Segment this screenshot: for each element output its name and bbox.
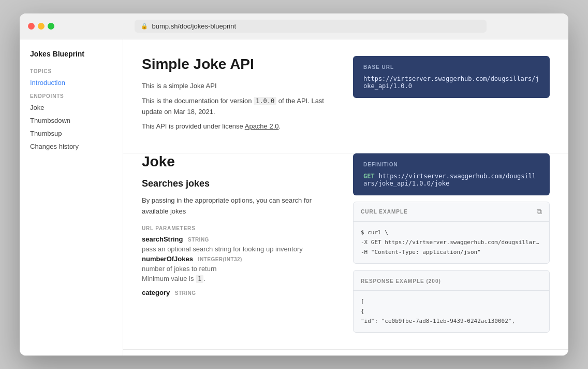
sidebar-title: Jokes Blueprint: [20, 50, 123, 64]
param-searchstring-desc: pass an optional search string for looki…: [142, 245, 336, 253]
definition-box: DEFINITION GEThttps://virtserver.swagger…: [353, 153, 550, 195]
param-searchstring-name: searchString: [142, 235, 183, 243]
sidebar-item-changes-history[interactable]: Changes history: [20, 140, 123, 153]
minimize-button[interactable]: [38, 23, 45, 30]
param-category: category STRING: [142, 289, 336, 296]
param-numberofjokes-name: numberOfJokes: [142, 255, 193, 263]
param-numberofjokes: numberOfJokes INTEGER(INT32) number of j…: [142, 255, 336, 282]
intro-desc2-prefix: This is the documentation for version: [142, 97, 254, 105]
curl-line-2: -X GET https://virtserver.swaggerhub.com…: [361, 238, 542, 248]
address-bar[interactable]: 🔒 bump.sh/doc/jokes-blueprint: [135, 20, 487, 33]
sidebar-item-thumbsup[interactable]: Thumbsup: [20, 127, 123, 140]
param-numberofjokes-note: Minimum value is 1.: [142, 275, 336, 282]
intro-section: Simple Joke API This is a simple Joke AP…: [123, 39, 568, 153]
joke-section: Joke Searches jokes By passing in the ap…: [123, 153, 568, 350]
sidebar-section-endpoints: ENDPOINTS: [20, 89, 123, 101]
browser-chrome: 🔒 bump.sh/doc/jokes-blueprint: [20, 13, 568, 39]
joke-desc: By passing in the appropriate options, y…: [142, 195, 336, 217]
definition-method: GET: [363, 173, 375, 180]
param-category-name: category: [142, 289, 170, 296]
response-box-header: RESPONSE EXAMPLE (200): [354, 271, 549, 291]
apache-link[interactable]: Apache 2.0: [245, 122, 279, 130]
intro-desc3-suffix: .: [279, 122, 281, 130]
response-label: RESPONSE EXAMPLE (200): [361, 278, 441, 284]
intro-desc3-prefix: This API is provided under license: [142, 122, 245, 130]
intro-left: Simple Joke API This is a simple Joke AP…: [142, 56, 336, 136]
response-box: RESPONSE EXAMPLE (200) [ { "id": "ce0b9f…: [353, 270, 550, 333]
intro-right: BASE URL https://virtserver.swaggerhub.c…: [353, 56, 550, 136]
lock-icon: 🔒: [141, 23, 148, 30]
intro-version: 1.0.0: [254, 97, 276, 105]
sidebar-item-joke[interactable]: Joke: [20, 101, 123, 114]
definition-url: https://virtserver.swaggerhub.com/dougsi…: [363, 173, 536, 187]
maximize-button[interactable]: [48, 23, 54, 30]
base-url-label: BASE URL: [363, 64, 539, 70]
response-body: [ { "id": "ce0b9fbe-7ad8-11eb-9439-0242a…: [354, 291, 549, 332]
browser-window: 🔒 bump.sh/doc/jokes-blueprint Jokes Blue…: [20, 13, 568, 356]
joke-subtitle: Searches jokes: [142, 178, 336, 189]
curl-body: $ curl \ -X GET https://virtserver.swagg…: [354, 222, 549, 263]
copy-icon[interactable]: ⧉: [537, 207, 542, 216]
curl-line-3: -H "Content-Type: application/json": [361, 248, 542, 258]
browser-content: Jokes Blueprint TOPICS Introduction ENDP…: [20, 39, 568, 356]
param-searchstring-type: STRING: [188, 237, 209, 243]
url-text: bump.sh/doc/jokes-blueprint: [152, 22, 237, 30]
main-content: Simple Joke API This is a simple Joke AP…: [123, 39, 568, 356]
sidebar-item-introduction[interactable]: Introduction: [20, 76, 123, 89]
param-numberofjokes-desc: number of jokes to return: [142, 265, 336, 273]
sidebar-item-thumbsdown[interactable]: Thumbsdown: [20, 114, 123, 127]
response-line-3: "id": "ce0b9fbe-7ad8-11eb-9439-0242ac130…: [361, 317, 542, 327]
url-params-label: URL PARAMETERS: [142, 225, 336, 231]
curl-line-1: $ curl \: [361, 228, 542, 238]
base-url-box: BASE URL https://virtserver.swaggerhub.c…: [353, 56, 550, 98]
curl-label: CURL EXAMPLE: [361, 209, 408, 215]
sidebar-section-topics: TOPICS: [20, 64, 123, 76]
sidebar: Jokes Blueprint TOPICS Introduction ENDP…: [20, 39, 123, 356]
intro-title: Simple Joke API: [142, 56, 336, 73]
definition-label: DEFINITION: [363, 162, 539, 167]
base-url-value: https://virtserver.swaggerhub.com/dougsi…: [363, 75, 539, 90]
joke-title: Joke: [142, 153, 336, 170]
intro-desc2: This is the documentation for version 1.…: [142, 96, 336, 118]
definition-value: GEThttps://virtserver.swaggerhub.com/dou…: [363, 173, 539, 187]
param-searchstring: searchString STRING pass an optional sea…: [142, 235, 336, 253]
traffic-lights: [28, 23, 54, 30]
joke-right: DEFINITION GEThttps://virtserver.swagger…: [353, 153, 550, 333]
param-category-type: STRING: [175, 290, 196, 296]
response-line-2: {: [361, 307, 542, 317]
joke-left: Joke Searches jokes By passing in the ap…: [142, 153, 336, 333]
param-numberofjokes-type: INTEGER(INT32): [198, 257, 242, 262]
curl-box-header: CURL EXAMPLE ⧉: [354, 202, 549, 222]
intro-desc3: This API is provided under license Apach…: [142, 121, 336, 132]
intro-desc1: This is a simple Joke API: [142, 81, 336, 92]
response-line-1: [: [361, 297, 542, 307]
curl-box: CURL EXAMPLE ⧉ $ curl \ -X GET https://v…: [353, 202, 550, 264]
close-button[interactable]: [28, 23, 35, 30]
